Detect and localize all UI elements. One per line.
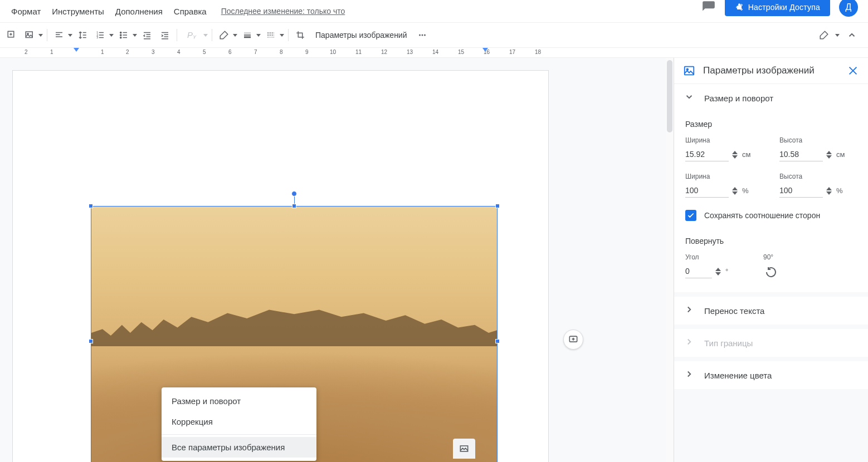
ruler-tick: 8 <box>280 49 283 55</box>
collapse-icon[interactable] <box>843 27 860 43</box>
menu-tools[interactable]: Инструменты <box>46 3 110 19</box>
width-label: Ширина <box>685 136 763 144</box>
svg-rect-3 <box>26 32 32 38</box>
dropdown-icon[interactable] <box>232 34 238 37</box>
section-text-wrap: Перенос текста <box>674 297 868 325</box>
clear-format-icon[interactable]: Рᵧ <box>181 27 203 43</box>
svg-point-8 <box>120 32 121 33</box>
comments-icon[interactable] <box>701 0 716 14</box>
section-label: Перенос текста <box>704 306 764 316</box>
dropdown-icon[interactable] <box>279 34 285 37</box>
ruler-tick: 1 <box>50 49 53 55</box>
menu-bar: Формат Инструменты Дополнения Справка По… <box>0 0 868 22</box>
stepper-icon[interactable] <box>715 267 721 276</box>
more-icon[interactable] <box>414 27 431 43</box>
svg-point-11 <box>419 35 421 36</box>
section-recolor-header[interactable]: Изменение цвета <box>674 361 868 389</box>
insert-icon[interactable] <box>3 27 20 43</box>
section-border-type-header[interactable]: Тип границы <box>674 329 868 357</box>
dropdown-icon[interactable] <box>67 34 73 37</box>
section-border-type: Тип границы <box>674 329 868 357</box>
svg-point-13 <box>424 35 426 36</box>
numbered-list-icon[interactable]: 123 <box>92 27 109 43</box>
indent-icon[interactable] <box>157 27 173 43</box>
rotate-90-icon[interactable] <box>763 264 779 280</box>
menu-help[interactable]: Справка <box>168 3 212 19</box>
lock-ratio-label: Сохранять соотношение сторон <box>704 211 820 220</box>
scrollbar-thumb[interactable] <box>667 60 672 132</box>
resize-handle-tr[interactable] <box>495 204 500 208</box>
indent-left-marker[interactable] <box>74 48 79 52</box>
image-options-button[interactable]: Параметры изображений <box>310 31 413 40</box>
width-cm-input[interactable] <box>685 148 729 161</box>
width-label: Ширина <box>685 173 763 180</box>
unit-pct: % <box>836 186 843 195</box>
align-icon[interactable] <box>51 27 67 43</box>
height-label: Высота <box>779 173 857 180</box>
border-color-icon[interactable] <box>216 27 232 43</box>
menu-format[interactable]: Формат <box>6 3 46 19</box>
separator <box>288 29 289 41</box>
ruler-tick: 4 <box>177 49 181 55</box>
chevron-right-icon <box>684 369 695 381</box>
dropdown-icon[interactable] <box>38 34 43 37</box>
border-weight-icon[interactable] <box>239 27 256 43</box>
dropdown-icon[interactable] <box>256 34 261 37</box>
ruler-tick: 2 <box>126 49 129 55</box>
line-spacing-icon[interactable] <box>74 27 91 43</box>
image-icon <box>683 65 695 77</box>
lock-ratio-checkbox[interactable] <box>685 210 696 221</box>
rotate90-label: 90° <box>763 253 808 261</box>
angle-input[interactable] <box>685 264 712 278</box>
ruler[interactable]: 2 1 1 2 3 4 5 6 7 8 9 10 11 12 13 14 15 … <box>0 48 868 58</box>
editing-mode-icon[interactable] <box>816 27 832 43</box>
stepper-icon[interactable] <box>826 150 832 159</box>
bulleted-list-icon[interactable] <box>115 27 132 43</box>
add-comment-fab[interactable] <box>563 330 583 350</box>
ruler-tick: 13 <box>407 49 413 55</box>
image-insert-icon[interactable] <box>21 27 38 43</box>
separator <box>162 434 316 435</box>
ctx-all-image-options[interactable]: Все параметры изображения <box>162 437 316 458</box>
dropdown-icon[interactable] <box>132 34 138 37</box>
resize-handle-mr[interactable] <box>495 339 500 343</box>
stepper-icon[interactable] <box>732 150 738 159</box>
ctx-adjustments[interactable]: Коррекция <box>162 411 316 432</box>
share-button[interactable]: Настройки Доступа <box>725 0 830 16</box>
outdent-icon[interactable] <box>139 27 155 43</box>
toolbar: 123 Рᵧ Параметры изображений <box>0 22 868 48</box>
resize-handle-tl[interactable] <box>89 204 93 208</box>
svg-text:3: 3 <box>96 36 98 39</box>
ruler-tick: 6 <box>228 49 232 55</box>
width-pct-input[interactable] <box>685 184 729 198</box>
avatar[interactable]: Д <box>839 0 858 17</box>
chevron-right-icon <box>684 304 695 317</box>
menu-addons[interactable]: Дополнения <box>110 3 168 19</box>
height-cm-input[interactable] <box>779 148 823 161</box>
dropdown-icon[interactable] <box>835 34 840 37</box>
svg-point-9 <box>120 35 121 36</box>
last-edit-link[interactable]: Последнее изменение: только что <box>221 7 345 16</box>
explore-button[interactable] <box>453 439 475 459</box>
dropdown-icon[interactable] <box>203 34 208 37</box>
ctx-size-rotate[interactable]: Размер и поворот <box>162 391 316 411</box>
crop-icon[interactable] <box>292 27 309 43</box>
angle-label: Угол <box>685 253 747 261</box>
section-text-wrap-header[interactable]: Перенос текста <box>674 297 868 325</box>
canvas[interactable]: Размер и поворот Коррекция Все параметры… <box>0 58 674 462</box>
rotation-handle[interactable] <box>291 191 297 196</box>
close-icon[interactable] <box>847 65 859 77</box>
height-pct-input[interactable] <box>779 184 823 198</box>
indent-right-marker[interactable] <box>482 48 488 52</box>
section-size-rotate-header[interactable]: Размер и поворот <box>674 84 868 112</box>
stepper-icon[interactable] <box>826 186 832 195</box>
vertical-scrollbar[interactable] <box>666 58 674 462</box>
border-dash-icon[interactable] <box>262 27 279 43</box>
stepper-icon[interactable] <box>732 186 738 195</box>
resize-handle-ml[interactable] <box>89 339 93 343</box>
ruler-tick: 5 <box>203 49 206 55</box>
dropdown-icon[interactable] <box>109 34 114 37</box>
resize-handle-tm[interactable] <box>292 204 296 208</box>
separator <box>47 29 47 41</box>
toolbar-right <box>816 27 865 43</box>
